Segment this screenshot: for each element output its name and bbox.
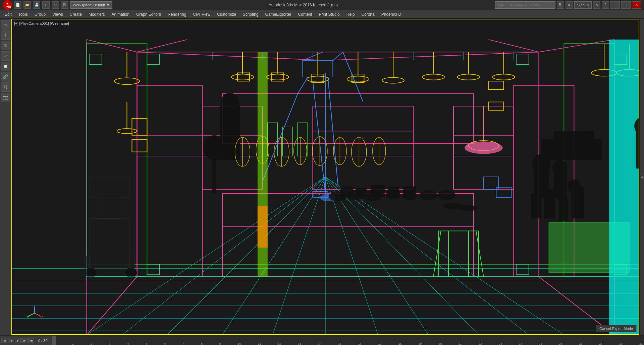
svg-point-129 xyxy=(568,179,581,193)
prev-frame-button[interactable]: ◀ xyxy=(8,338,14,343)
timeline-track[interactable]: 0 1 2 3 4 5 6 7 8 9 10 11 12 13 14 15 16… xyxy=(52,336,644,345)
bookmark-icon[interactable]: ★ xyxy=(566,1,573,9)
window-title: Autodesk 3ds Max 2016 Kitchen-1.max xyxy=(269,3,339,7)
svg-rect-119 xyxy=(89,177,129,198)
link-tool[interactable]: 🔗 xyxy=(1,72,10,81)
svg-rect-118 xyxy=(97,198,122,218)
move-tool[interactable]: ✛ xyxy=(1,30,10,40)
help-settings-icon[interactable]: ✕ xyxy=(593,1,600,9)
render-icon[interactable]: 🖼 xyxy=(61,1,68,9)
menu-rendering[interactable]: Rendering xyxy=(164,10,190,19)
right-panel: ◀ xyxy=(639,19,644,335)
menu-customize[interactable]: Customize xyxy=(214,10,239,19)
close-button[interactable]: ✕ xyxy=(632,1,641,9)
menu-content[interactable]: Content xyxy=(295,10,316,19)
scene-canvas xyxy=(11,19,639,335)
select-tool[interactable]: ↖ xyxy=(1,20,10,29)
svg-point-184 xyxy=(346,190,365,200)
next-frame-button[interactable]: ▶ xyxy=(21,338,28,343)
svg-rect-143 xyxy=(541,139,602,160)
svg-point-117 xyxy=(125,268,137,278)
workspace-label: Workspace: Default xyxy=(73,3,105,7)
svg-rect-113 xyxy=(89,218,129,268)
main-area: ↖ ✛ ↻ ⤢ 🔲 🔗 ⛓ 📷 [+] [PhysCamera001] [Wir… xyxy=(0,19,644,335)
svg-point-189 xyxy=(437,190,455,200)
maximize-button[interactable]: □ xyxy=(621,1,631,9)
menu-game-exporter[interactable]: GameExporter xyxy=(262,10,295,19)
save-file-icon[interactable]: 💾 xyxy=(33,1,40,9)
menu-tools[interactable]: Tools xyxy=(15,10,31,19)
svg-point-188 xyxy=(419,190,437,200)
minimize-button[interactable]: ─ xyxy=(610,1,620,9)
cancel-expert-mode-button[interactable]: Cancel Expert Mode xyxy=(596,325,637,332)
sign-in-button[interactable]: Sign In xyxy=(574,1,592,9)
timeline-slider[interactable] xyxy=(52,336,56,345)
panel-expand-icon[interactable]: ◀ xyxy=(641,174,643,180)
axis-gizmo: X Y Z xyxy=(26,305,43,322)
menu-group[interactable]: Group xyxy=(31,10,49,19)
camera-tool[interactable]: 📷 xyxy=(1,93,10,102)
new-file-icon[interactable]: 📄 xyxy=(14,1,21,9)
titlebar-right: 🔍 ★ Sign In ✕ ? ─ □ ✕ xyxy=(495,1,641,9)
svg-point-186 xyxy=(386,191,401,199)
titlebar: 3 ds 📄 📂 💾 ↩ ↪ 🖼 Workspace: Default ▼ Au… xyxy=(0,0,644,10)
search-input[interactable] xyxy=(495,1,555,9)
left-toolbar: ↖ ✛ ↻ ⤢ 🔲 🔗 ⛓ 📷 xyxy=(0,19,11,335)
svg-text:X: X xyxy=(42,315,43,318)
play-back-button[interactable]: ⏮ xyxy=(1,338,7,343)
info-icon[interactable]: ? xyxy=(602,1,609,9)
menu-animation[interactable]: Animation xyxy=(108,10,133,19)
frame-counter: 0 / 30 xyxy=(36,339,52,343)
play-button[interactable]: ▶ xyxy=(15,338,21,343)
svg-rect-110 xyxy=(609,40,639,335)
titlebar-center: Autodesk 3ds Max 2016 Kitchen-1.max xyxy=(112,3,495,7)
menu-views[interactable]: Views xyxy=(49,10,66,19)
svg-point-111 xyxy=(465,141,503,154)
svg-point-183 xyxy=(329,191,347,201)
viewport[interactable]: [+] [PhysCamera001] [Wireframe] xyxy=(11,19,639,335)
menubar: Edit Tools Group Views Create Modifiers … xyxy=(0,10,644,19)
titlebar-left: 3 ds 📄 📂 💾 ↩ ↪ 🖼 Workspace: Default ▼ xyxy=(3,0,112,10)
svg-text:Z: Z xyxy=(34,305,36,307)
menu-phoenixfd[interactable]: PhoenixFD xyxy=(378,10,405,19)
snap-tool[interactable]: 🔲 xyxy=(1,62,10,71)
workspace-dropdown[interactable]: Workspace: Default ▼ xyxy=(70,1,112,9)
svg-point-116 xyxy=(85,268,97,278)
menu-edit[interactable]: Edit xyxy=(1,10,15,19)
search-icon[interactable]: 🔍 xyxy=(557,1,564,9)
rotate-tool[interactable]: ↻ xyxy=(1,41,10,50)
svg-point-138 xyxy=(552,159,568,176)
svg-rect-115 xyxy=(129,256,135,268)
workspace-dropdown-arrow: ▼ xyxy=(106,3,110,7)
svg-point-185 xyxy=(364,191,382,201)
menu-create[interactable]: Create xyxy=(66,10,85,19)
app-logo: 3 ds xyxy=(3,0,12,10)
menu-civil-view[interactable]: Civil View xyxy=(190,10,214,19)
unlink-tool[interactable]: ⛓ xyxy=(1,82,10,92)
play-forward-button[interactable]: ⏭ xyxy=(28,338,34,343)
svg-text:Y: Y xyxy=(26,315,29,318)
menu-modifiers[interactable]: Modifiers xyxy=(85,10,108,19)
svg-line-193 xyxy=(28,313,35,317)
timeline-controls: ⏮ ◀ ▶ ▶ ⏭ xyxy=(0,338,36,343)
menu-scripting[interactable]: Scripting xyxy=(239,10,262,19)
svg-point-187 xyxy=(402,192,417,200)
open-file-icon[interactable]: 📂 xyxy=(23,1,31,9)
svg-line-192 xyxy=(35,313,41,317)
svg-rect-164 xyxy=(258,206,268,248)
svg-rect-144 xyxy=(554,131,594,141)
redo-icon[interactable]: ↪ xyxy=(52,1,59,9)
svg-rect-141 xyxy=(220,106,240,160)
timeline: ⏮ ◀ ▶ ▶ ⏭ 0 / 30 0 1 2 3 4 5 6 7 8 9 10 … xyxy=(0,335,644,345)
svg-point-191 xyxy=(460,205,478,211)
bottom-area: ⏮ ◀ ▶ ▶ ⏭ 0 / 30 0 1 2 3 4 5 6 7 8 9 10 … xyxy=(0,335,644,345)
menu-help[interactable]: Help xyxy=(343,10,358,19)
menu-graph-editors[interactable]: Graph Editors xyxy=(133,10,164,19)
svg-text:ds: ds xyxy=(8,5,11,8)
scale-tool[interactable]: ⤢ xyxy=(1,51,10,61)
svg-point-142 xyxy=(221,93,239,111)
menu-corona[interactable]: Corona xyxy=(358,10,378,19)
menu-print-studio[interactable]: Print Studio xyxy=(316,10,343,19)
undo-icon[interactable]: ↩ xyxy=(42,1,50,9)
